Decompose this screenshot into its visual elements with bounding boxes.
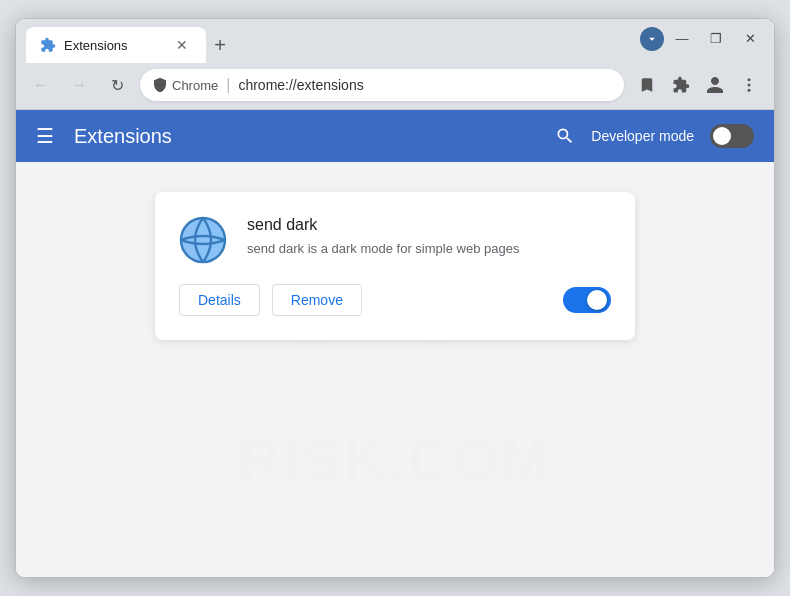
forward-button[interactable]: → (64, 70, 94, 100)
developer-mode-toggle[interactable] (710, 124, 754, 148)
browser-label: Chrome (172, 78, 218, 93)
svg-point-1 (748, 84, 751, 87)
svg-point-0 (748, 78, 751, 81)
profile-button[interactable] (700, 70, 730, 100)
details-button[interactable]: Details (179, 284, 260, 316)
new-tab-button[interactable]: + (206, 31, 234, 59)
reload-button[interactable]: ↻ (102, 70, 132, 100)
svg-point-2 (748, 89, 751, 92)
page-content: RISK.COM send dark send dark is a dark m… (16, 162, 774, 577)
bookmark-button[interactable] (632, 70, 662, 100)
header-right: Developer mode (555, 124, 754, 148)
minimize-button[interactable]: — (668, 27, 696, 49)
search-button[interactable] (555, 126, 575, 146)
page-title: Extensions (74, 125, 535, 148)
close-tab-button[interactable]: ✕ (172, 35, 192, 55)
toolbar: ← → ↻ Chrome | chrome://extensions (16, 63, 774, 110)
watermark-text: RISK.COM (238, 426, 552, 493)
svg-line-4 (423, 374, 480, 431)
toolbar-right (632, 70, 764, 100)
extension-icon (179, 216, 227, 264)
address-text: chrome://extensions (238, 77, 363, 93)
close-window-button[interactable]: ✕ (736, 27, 764, 49)
remove-button[interactable]: Remove (272, 284, 362, 316)
extension-actions: Details Remove (179, 284, 611, 316)
active-tab[interactable]: Extensions ✕ (26, 27, 206, 63)
developer-mode-label: Developer mode (591, 128, 694, 144)
hamburger-menu-button[interactable]: ☰ (36, 124, 54, 148)
secure-icon: Chrome (152, 77, 218, 93)
title-bar: Extensions ✕ + — ❐ ✕ (16, 19, 774, 63)
extension-header: send dark send dark is a dark mode for s… (179, 216, 611, 264)
extension-description: send dark is a dark mode for simple web … (247, 240, 611, 258)
maximize-button[interactable]: ❐ (702, 27, 730, 49)
toggle-knob (713, 127, 731, 145)
back-button[interactable]: ← (26, 70, 56, 100)
extension-info: send dark send dark is a dark mode for s… (247, 216, 611, 258)
extension-card: send dark send dark is a dark mode for s… (155, 192, 635, 340)
tab-puzzle-icon (40, 37, 56, 53)
menu-button[interactable] (734, 70, 764, 100)
extension-name: send dark (247, 216, 611, 234)
hamburger-icon: ☰ (36, 124, 54, 148)
extension-toggle-knob (587, 290, 607, 310)
page-header: ☰ Extensions Developer mode (16, 110, 774, 162)
window-controls: — ❐ ✕ (668, 27, 764, 49)
address-bar[interactable]: Chrome | chrome://extensions (140, 69, 624, 101)
profile-dropdown-button[interactable] (640, 27, 664, 51)
extension-toggle[interactable] (563, 287, 611, 313)
extension-buttons: Details Remove (179, 284, 362, 316)
browser-window: Extensions ✕ + — ❐ ✕ ← → ↻ (15, 18, 775, 578)
profile-area (640, 27, 664, 51)
extensions-button[interactable] (666, 70, 696, 100)
tab-label: Extensions (64, 38, 164, 53)
tabs: Extensions ✕ + (26, 27, 234, 63)
